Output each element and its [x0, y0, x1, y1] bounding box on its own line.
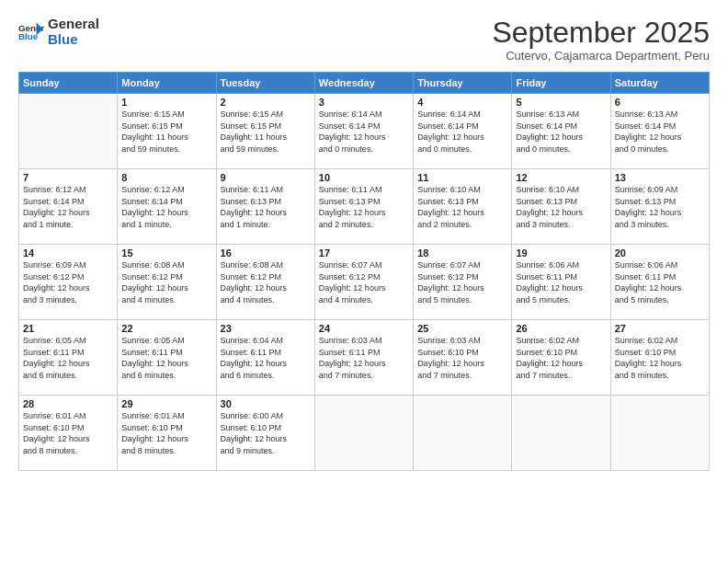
calendar-cell: 5Sunrise: 6:13 AM Sunset: 6:14 PM Daylig… [512, 94, 610, 169]
calendar-week-1: 7Sunrise: 6:12 AM Sunset: 6:14 PM Daylig… [19, 169, 710, 245]
day-number: 19 [516, 247, 606, 259]
day-detail: Sunrise: 6:00 AM Sunset: 6:10 PM Dayligh… [221, 410, 311, 456]
header-cell-tuesday: Tuesday [216, 73, 314, 94]
calendar-cell: 30Sunrise: 6:00 AM Sunset: 6:10 PM Dayli… [216, 396, 314, 471]
calendar-cell: 12Sunrise: 6:10 AM Sunset: 6:13 PM Dayli… [512, 169, 610, 245]
day-detail: Sunrise: 6:10 AM Sunset: 6:13 PM Dayligh… [516, 184, 606, 230]
day-detail: Sunrise: 6:15 AM Sunset: 6:15 PM Dayligh… [121, 109, 211, 155]
calendar-cell: 22Sunrise: 6:05 AM Sunset: 6:11 PM Dayli… [118, 320, 216, 396]
logo-line2: Blue [48, 32, 99, 48]
subtitle: Cutervo, Cajamarca Department, Peru [492, 49, 710, 63]
day-detail: Sunrise: 6:07 AM Sunset: 6:12 PM Dayligh… [417, 259, 507, 305]
day-detail: Sunrise: 6:04 AM Sunset: 6:11 PM Dayligh… [221, 335, 311, 381]
calendar-week-4: 28Sunrise: 6:01 AM Sunset: 6:10 PM Dayli… [19, 396, 710, 471]
calendar-cell [314, 396, 413, 471]
day-detail: Sunrise: 6:10 AM Sunset: 6:13 PM Dayligh… [417, 184, 507, 230]
day-number: 16 [221, 247, 311, 259]
day-number: 30 [221, 398, 311, 409]
header: General Blue General Blue September 2025… [18, 17, 710, 63]
logo-icon: General Blue [18, 19, 44, 45]
calendar-cell: 10Sunrise: 6:11 AM Sunset: 6:13 PM Dayli… [314, 169, 413, 245]
header-cell-friday: Friday [512, 73, 610, 94]
calendar-cell [19, 94, 118, 169]
header-cell-saturday: Saturday [610, 73, 709, 94]
day-detail: Sunrise: 6:09 AM Sunset: 6:12 PM Dayligh… [23, 259, 113, 305]
calendar-cell: 19Sunrise: 6:06 AM Sunset: 6:11 PM Dayli… [512, 245, 610, 320]
day-number: 24 [319, 323, 409, 334]
day-detail: Sunrise: 6:11 AM Sunset: 6:13 PM Dayligh… [221, 184, 311, 230]
calendar-cell: 17Sunrise: 6:07 AM Sunset: 6:12 PM Dayli… [314, 245, 413, 320]
calendar-cell: 27Sunrise: 6:02 AM Sunset: 6:10 PM Dayli… [610, 320, 709, 396]
calendar-body: 1Sunrise: 6:15 AM Sunset: 6:15 PM Daylig… [19, 94, 710, 471]
day-detail: Sunrise: 6:14 AM Sunset: 6:14 PM Dayligh… [417, 109, 507, 155]
day-detail: Sunrise: 6:13 AM Sunset: 6:14 PM Dayligh… [615, 109, 705, 155]
calendar-week-2: 14Sunrise: 6:09 AM Sunset: 6:12 PM Dayli… [19, 245, 710, 320]
day-detail: Sunrise: 6:11 AM Sunset: 6:13 PM Dayligh… [319, 184, 409, 230]
day-detail: Sunrise: 6:12 AM Sunset: 6:14 PM Dayligh… [121, 184, 211, 230]
calendar-cell: 4Sunrise: 6:14 AM Sunset: 6:14 PM Daylig… [414, 94, 512, 169]
day-number: 20 [615, 247, 705, 259]
calendar-cell: 29Sunrise: 6:01 AM Sunset: 6:10 PM Dayli… [118, 396, 216, 471]
day-number: 14 [23, 247, 113, 259]
day-number: 23 [221, 323, 311, 334]
calendar-table: SundayMondayTuesdayWednesdayThursdayFrid… [18, 72, 710, 471]
calendar-cell [610, 396, 709, 471]
day-detail: Sunrise: 6:14 AM Sunset: 6:14 PM Dayligh… [319, 109, 409, 155]
calendar-cell: 24Sunrise: 6:03 AM Sunset: 6:11 PM Dayli… [314, 320, 413, 396]
calendar-cell [414, 396, 512, 471]
day-detail: Sunrise: 6:12 AM Sunset: 6:14 PM Dayligh… [23, 184, 113, 230]
calendar-cell: 20Sunrise: 6:06 AM Sunset: 6:11 PM Dayli… [610, 245, 709, 320]
header-row: SundayMondayTuesdayWednesdayThursdayFrid… [19, 73, 710, 94]
day-detail: Sunrise: 6:09 AM Sunset: 6:13 PM Dayligh… [615, 184, 705, 230]
title-block: September 2025 Cutervo, Cajamarca Depart… [492, 17, 710, 63]
day-number: 2 [221, 97, 311, 108]
header-cell-thursday: Thursday [414, 73, 512, 94]
day-detail: Sunrise: 6:05 AM Sunset: 6:11 PM Dayligh… [121, 335, 211, 381]
day-detail: Sunrise: 6:01 AM Sunset: 6:10 PM Dayligh… [23, 410, 113, 456]
day-number: 13 [615, 172, 705, 183]
calendar-week-3: 21Sunrise: 6:05 AM Sunset: 6:11 PM Dayli… [19, 320, 710, 396]
header-cell-sunday: Sunday [19, 73, 118, 94]
calendar-cell: 8Sunrise: 6:12 AM Sunset: 6:14 PM Daylig… [118, 169, 216, 245]
day-number: 22 [121, 323, 211, 334]
logo-line1: General [48, 17, 99, 32]
calendar-cell: 7Sunrise: 6:12 AM Sunset: 6:14 PM Daylig… [19, 169, 118, 245]
day-number: 18 [417, 247, 507, 259]
day-detail: Sunrise: 6:07 AM Sunset: 6:12 PM Dayligh… [319, 259, 409, 305]
day-detail: Sunrise: 6:02 AM Sunset: 6:10 PM Dayligh… [615, 335, 705, 381]
calendar-week-0: 1Sunrise: 6:15 AM Sunset: 6:15 PM Daylig… [19, 94, 710, 169]
day-number: 8 [121, 172, 211, 183]
day-detail: Sunrise: 6:03 AM Sunset: 6:10 PM Dayligh… [417, 335, 507, 381]
calendar-header: SundayMondayTuesdayWednesdayThursdayFrid… [19, 73, 710, 94]
calendar-cell: 3Sunrise: 6:14 AM Sunset: 6:14 PM Daylig… [314, 94, 413, 169]
day-number: 7 [23, 172, 113, 183]
day-number: 17 [319, 247, 409, 259]
calendar-cell: 13Sunrise: 6:09 AM Sunset: 6:13 PM Dayli… [610, 169, 709, 245]
day-detail: Sunrise: 6:06 AM Sunset: 6:11 PM Dayligh… [516, 259, 606, 305]
day-detail: Sunrise: 6:15 AM Sunset: 6:15 PM Dayligh… [221, 109, 311, 155]
logo: General Blue General Blue [18, 17, 99, 47]
day-detail: Sunrise: 6:02 AM Sunset: 6:10 PM Dayligh… [516, 335, 606, 381]
day-number: 27 [615, 323, 705, 334]
day-number: 9 [221, 172, 311, 183]
day-number: 11 [417, 172, 507, 183]
day-number: 28 [23, 398, 113, 409]
calendar-cell: 1Sunrise: 6:15 AM Sunset: 6:15 PM Daylig… [118, 94, 216, 169]
day-detail: Sunrise: 6:08 AM Sunset: 6:12 PM Dayligh… [121, 259, 211, 305]
calendar-cell: 18Sunrise: 6:07 AM Sunset: 6:12 PM Dayli… [414, 245, 512, 320]
calendar-cell: 28Sunrise: 6:01 AM Sunset: 6:10 PM Dayli… [19, 396, 118, 471]
day-number: 26 [516, 323, 606, 334]
calendar-cell: 9Sunrise: 6:11 AM Sunset: 6:13 PM Daylig… [216, 169, 314, 245]
day-detail: Sunrise: 6:01 AM Sunset: 6:10 PM Dayligh… [121, 410, 211, 456]
day-number: 6 [615, 97, 705, 108]
day-number: 10 [319, 172, 409, 183]
calendar-cell: 21Sunrise: 6:05 AM Sunset: 6:11 PM Dayli… [19, 320, 118, 396]
calendar-cell [512, 396, 610, 471]
calendar-cell: 25Sunrise: 6:03 AM Sunset: 6:10 PM Dayli… [414, 320, 512, 396]
day-number: 29 [121, 398, 211, 409]
day-number: 4 [417, 97, 507, 108]
svg-text:Blue: Blue [18, 31, 39, 41]
calendar-cell: 15Sunrise: 6:08 AM Sunset: 6:12 PM Dayli… [118, 245, 216, 320]
day-number: 1 [121, 97, 211, 108]
day-number: 5 [516, 97, 606, 108]
